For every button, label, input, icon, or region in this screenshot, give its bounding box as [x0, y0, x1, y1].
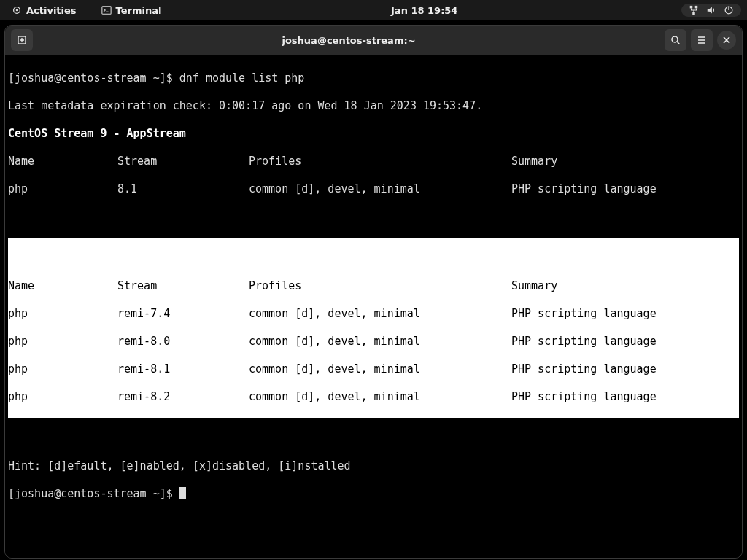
search-icon [670, 34, 681, 46]
section1-title: CentOS Stream 9 - AppStream [8, 127, 739, 141]
terminal-icon [101, 5, 112, 15]
system-tray[interactable] [681, 4, 741, 17]
app-menu-label: Terminal [116, 5, 162, 16]
terminal-body[interactable]: [joshua@centos-stream ~]$ dnf module lis… [5, 55, 742, 558]
section1-header: NameStreamProfilesSummary [8, 155, 739, 168]
prompt: [joshua@centos-stream ~]$ [8, 487, 179, 500]
table-row: phpremi-7.4common [d], devel, minimalPHP… [8, 307, 739, 321]
table-row: phpremi-8.2common [d], devel, minimalPHP… [8, 390, 739, 404]
svg-line-13 [677, 42, 680, 44]
gnome-topbar: Activities Terminal Jan 18 19:54 [0, 0, 747, 20]
search-button[interactable] [665, 29, 686, 51]
hint-line: Hint: [d]efault, [e]nabled, [x]disabled,… [8, 459, 739, 473]
svg-point-1 [16, 9, 18, 12]
svg-rect-4 [690, 6, 693, 9]
section2-header: NameStreamProfilesSummary [8, 279, 739, 293]
table-row: phpremi-8.1common [d], devel, minimalPHP… [8, 362, 739, 376]
command-text: dnf module list php [179, 71, 305, 85]
volume-icon [706, 5, 716, 15]
new-tab-icon [16, 34, 28, 46]
metadata-line: Last metadata expiration check: 0:00:17 … [8, 99, 739, 113]
table-row: php8.1common [d], devel, minimalPHP scri… [8, 182, 739, 196]
cursor [179, 487, 186, 499]
activities-icon [12, 5, 22, 15]
svg-rect-5 [695, 6, 698, 9]
svg-rect-2 [101, 7, 110, 15]
app-menu-button[interactable]: Terminal [96, 4, 168, 18]
table-row: phpremi-8.0common [d], devel, minimalPHP… [8, 335, 739, 349]
prompt: [joshua@centos-stream ~]$ [8, 71, 179, 85]
activities-button[interactable]: Activities [6, 4, 82, 18]
window-title: joshua@centos-stream:~ [37, 35, 660, 46]
new-tab-button[interactable] [11, 29, 33, 51]
hamburger-icon [696, 34, 708, 46]
close-button[interactable] [717, 31, 736, 50]
svg-point-12 [672, 36, 678, 42]
blank-line [8, 432, 739, 446]
menu-button[interactable] [691, 29, 713, 51]
terminal-window: joshua@centos-stream:~ [joshua@centos-st… [4, 25, 743, 559]
clock[interactable]: Jan 18 19:54 [167, 5, 681, 16]
window-titlebar: joshua@centos-stream:~ [5, 26, 742, 55]
power-icon [724, 5, 734, 15]
network-icon [689, 5, 699, 15]
section2-title: Remi's Modular repository for Enterprise… [8, 252, 739, 265]
blank-line [8, 210, 739, 224]
activities-label: Activities [26, 5, 77, 16]
close-icon [722, 36, 731, 44]
svg-rect-6 [692, 12, 695, 15]
